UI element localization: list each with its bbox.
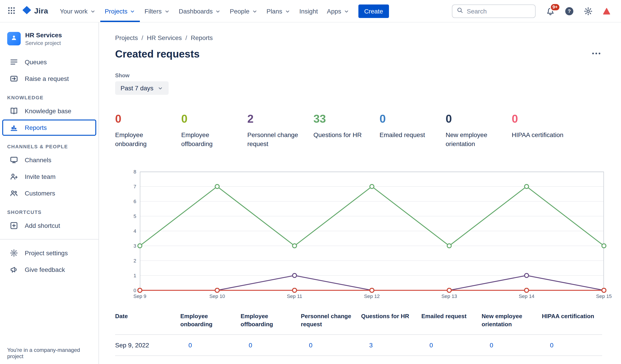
table-value-cell: 0 [180,334,241,356]
breadcrumb-link-projects[interactable]: Projects [115,34,138,41]
nav-item-filters[interactable]: Filters [140,0,174,22]
sidebar-item-invite-team[interactable]: Invite team [2,168,96,185]
nav-item-apps[interactable]: Apps [322,0,354,22]
breadcrumb-separator: / [141,34,143,41]
stat-value: 0 [446,113,512,125]
table-value-link[interactable]: 0 [180,363,192,364]
nav-item-label: Apps [327,7,341,15]
stat-value: 0 [380,113,446,125]
table-value-link[interactable]: 0 [241,342,252,349]
table-value-link[interactable]: 0 [542,363,553,364]
sidebar-item-project-settings[interactable]: Project settings [2,245,96,261]
chevron-down-icon [157,85,163,91]
table-value-link[interactable]: 0 [542,342,553,349]
nav-item-plans[interactable]: Plans [262,0,295,22]
settings-button[interactable] [581,4,596,18]
y-axis-label: 6 [125,199,136,204]
sidebar-item-knowledge-base[interactable]: Knowledge base [2,103,96,119]
knowledge-base-icon [9,106,18,116]
sidebar-item-reports[interactable]: Reports [2,119,96,136]
table-header-cell: Date [115,312,180,334]
sidebar-item-label: Give feedback [25,266,65,273]
bell-button[interactable]: 9+ [543,4,558,18]
atlassian-button[interactable] [599,5,614,17]
more-options-button[interactable] [589,47,603,62]
sidebar-item-label: Raise a request [25,75,69,82]
stat-new-employee-orientation: 0New employee orientation [446,113,512,148]
create-button[interactable]: Create [358,4,389,18]
nav-item-insight[interactable]: Insight [295,0,322,22]
help-button[interactable]: ? [562,4,577,18]
table-header-cell: HIPAA certification [542,312,602,334]
breadcrumb-link-reports[interactable]: Reports [191,34,213,41]
table-header-label: Employee offboarding [241,312,297,328]
nav-item-projects[interactable]: Projects [100,0,140,22]
x-axis-label: Sep 11 [287,294,302,299]
nav-item-people[interactable]: People [225,0,262,22]
sidebar-divider [0,239,99,240]
sidebar-item-label: Customers [25,190,55,197]
stat-label: Emailed request [380,130,432,139]
nav-item-label: Projects [105,7,127,15]
project-settings-icon [9,248,18,258]
stat-value: 0 [512,113,578,125]
y-axis-label: 2 [125,258,136,263]
table-value-link[interactable]: 3 [361,342,373,349]
search-box [452,4,535,18]
table-header-label: Emailed request [421,312,466,320]
breadcrumb-link-hr-services[interactable]: HR Services [147,34,182,41]
chevron-down-icon [164,9,170,14]
table-value-cell: 0 [421,334,482,356]
table-header-cell: Personnel change request [301,312,361,334]
date-range-dropdown[interactable]: Past 7 days [115,81,169,95]
sidebar-item-queues[interactable]: Queues [2,54,96,70]
page-title: Created requests [115,48,200,60]
queues-icon [9,58,18,66]
table-value-link[interactable]: 0 [482,342,493,349]
table-value-link[interactable]: 0 [301,363,312,364]
main-nav: Your workProjectsFiltersDashboardsPeople… [55,0,354,22]
table-value-link[interactable]: 0 [421,342,433,349]
stat-label: Employee offboarding [181,130,234,148]
nav-item-label: Your work [60,7,88,15]
y-axis-label: 0 [125,288,136,293]
table-value-cell: 0 [301,356,361,364]
jira-logo[interactable]: Jira [22,0,48,22]
sidebar-item-label: Invite team [25,173,55,180]
table-value-link[interactable]: 7 [361,363,373,364]
atlassian-icon [602,6,611,16]
x-axis-label: Sep 12 [364,294,380,299]
stat-personnel-change-request: 2Personnel change request [247,113,313,148]
stat-label: HIPAA certification [512,130,565,139]
y-axis-label: 8 [125,169,136,174]
nav-item-dashboards[interactable]: Dashboards [174,0,225,22]
table-value-link[interactable]: 0 [421,363,433,364]
search-input[interactable] [467,7,531,15]
people-icon [10,34,18,44]
sidebar-item-label: Queues [25,58,47,66]
sidebar-item-channels[interactable]: Channels [2,152,96,168]
table-header-cell: Emailed request [421,312,482,334]
table-value-link[interactable]: 0 [241,363,252,364]
chevron-down-icon [215,9,221,14]
sidebar-item-customers[interactable]: Customers [2,185,96,201]
app-switcher-icon [7,6,16,16]
table-header-label: HIPAA certification [542,312,594,320]
breadcrumb-separator: / [186,34,187,41]
chevron-down-icon [90,9,96,14]
table-value-link[interactable]: 0 [180,342,192,349]
sidebar-item-give-feedback[interactable]: Give feedback [2,262,96,278]
table-value-link[interactable]: 0 [301,342,312,349]
sidebar-item-add-shortcut[interactable]: Add shortcut [2,217,96,234]
sidebar-item-raise-a-request[interactable]: Raise a request [2,70,96,87]
project-name: HR Services [25,32,62,39]
stat-label: Employee onboarding [115,130,168,148]
sidebar-nav: QueuesRaise a requestKNOWLEDGEKnowledge … [0,54,99,278]
project-header[interactable]: HR Services Service project [0,28,99,53]
nav-item-your-work[interactable]: Your work [55,0,100,22]
nav-item-label: Dashboards [179,7,213,15]
app-switcher-button[interactable] [4,4,18,18]
table-value-cell: 0 [482,356,542,364]
table-value-link[interactable]: 0 [482,363,493,364]
chevron-down-icon [284,9,290,14]
